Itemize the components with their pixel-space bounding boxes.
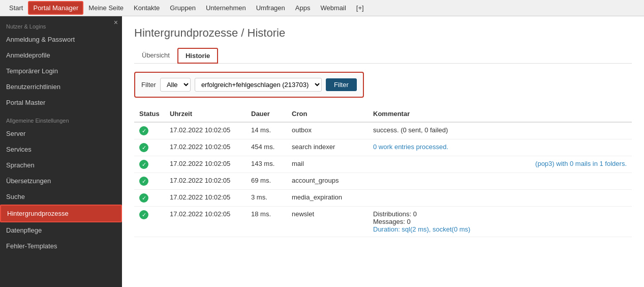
main-layout: × Nutzer & LoginsAnmeldung & PasswortAnm… — [0, 16, 644, 287]
cell-status: ✓ — [134, 156, 165, 173]
tabs-container: ÜbersichtHistorie — [134, 48, 632, 64]
col-header-cron: Cron — [287, 106, 368, 122]
cell-kommentar — [368, 190, 632, 207]
sidebar-item-datenpflege[interactable]: Datenpflege — [0, 222, 122, 238]
cell-dauer: 69 ms. — [246, 173, 287, 190]
cell-kommentar: 0 work entries processed. — [368, 139, 632, 156]
cell-cron: mail — [287, 156, 368, 173]
cell-status: ✓ — [134, 190, 165, 207]
filter-select-type[interactable]: Alle — [160, 78, 191, 92]
cell-cron: search indexer — [287, 139, 368, 156]
history-table: StatusUhrzeitDauerCronKommentar ✓17.02.2… — [134, 106, 632, 237]
top-nav-item-start[interactable]: Start — [4, 1, 28, 15]
cell-kommentar: success. (0 sent, 0 failed) — [368, 122, 632, 139]
filter-label: Filter — [141, 81, 156, 89]
table-row: ✓17.02.2022 10:02:0518 ms.newsletDistrib… — [134, 207, 632, 237]
cell-uhrzeit: 17.02.2022 10:02:05 — [165, 122, 246, 139]
sidebar-section-title: Nutzer & Logins — [0, 16, 122, 32]
sidebar-item-benutzerrichtlinien[interactable]: Benutzerrichtlinien — [0, 79, 122, 95]
status-ok-icon: ✓ — [139, 177, 148, 186]
filter-select-result[interactable]: erfolgreich+fehlgeschlagen (213703) — [195, 78, 322, 92]
sidebar-section-title: Allgemeine Einstellungen — [0, 110, 122, 126]
col-header-dauer: Dauer — [246, 106, 287, 122]
status-ok-icon: ✓ — [139, 160, 148, 169]
cell-cron: account_groups — [287, 173, 368, 190]
sidebar-item-temporrer-login[interactable]: Temporärer Login — [0, 63, 122, 79]
sidebar-item-services[interactable]: Services — [0, 141, 122, 157]
col-header-uhrzeit: Uhrzeit — [165, 106, 246, 122]
table-row: ✓17.02.2022 10:02:0569 ms.account_groups — [134, 173, 632, 190]
sidebar-item-portal-master[interactable]: Portal Master — [0, 95, 122, 110]
col-header-status: Status — [134, 106, 165, 122]
cell-status: ✓ — [134, 207, 165, 237]
sidebar-item-anmeldung--passwort[interactable]: Anmeldung & Passwort — [0, 32, 122, 47]
top-nav-item-[interactable]: [+] — [351, 1, 369, 15]
top-nav-item-kontakte[interactable]: Kontakte — [129, 1, 165, 15]
top-nav-item-portal-manager[interactable]: Portal Manager — [28, 1, 83, 15]
cell-kommentar: (pop3) with 0 mails in 1 folders. — [368, 156, 632, 173]
top-navigation: StartPortal ManagerMeine SeiteKontakteGr… — [0, 0, 644, 16]
top-nav-item-umfragen[interactable]: Umfragen — [251, 1, 290, 15]
table-body: ✓17.02.2022 10:02:0514 ms.outboxsuccess.… — [134, 122, 632, 237]
cell-cron: outbox — [287, 122, 368, 139]
sidebar-item-hintergrundprozesse[interactable]: Hintergrundprozesse — [0, 205, 122, 222]
filter-row: Filter Alle erfolgreich+fehlgeschlagen (… — [134, 72, 364, 98]
cell-cron: newslet — [287, 207, 368, 237]
sidebar-item-anmeldeprofile[interactable]: Anmeldeprofile — [0, 47, 122, 63]
sidebar-item-bersetzungen[interactable]: Übersetzungen — [0, 173, 122, 189]
top-nav-item-meine-seite[interactable]: Meine Seite — [83, 1, 129, 15]
cell-status: ✓ — [134, 122, 165, 139]
status-ok-icon: ✓ — [139, 193, 148, 203]
filter-button[interactable]: Filter — [326, 78, 357, 91]
content-area: Hintergrundprozesse / Historie Übersicht… — [122, 16, 644, 287]
cell-uhrzeit: 17.02.2022 10:02:05 — [165, 139, 246, 156]
cell-dauer: 14 ms. — [246, 122, 287, 139]
top-nav-item-gruppen[interactable]: Gruppen — [165, 1, 201, 15]
table-row: ✓17.02.2022 10:02:05143 ms.mail(pop3) wi… — [134, 156, 632, 173]
cell-status: ✓ — [134, 139, 165, 156]
top-nav-item-apps[interactable]: Apps — [290, 1, 316, 15]
page-title: Hintergrundprozesse / Historie — [134, 26, 632, 40]
sidebar-item-fehler-templates[interactable]: Fehler-Templates — [0, 238, 122, 254]
cell-dauer: 454 ms. — [246, 139, 287, 156]
tab-übersicht[interactable]: Übersicht — [134, 48, 177, 64]
sidebar-item-suche[interactable]: Suche — [0, 189, 122, 205]
cell-status: ✓ — [134, 173, 165, 190]
cell-dauer: 18 ms. — [246, 207, 287, 237]
cell-kommentar — [368, 173, 632, 190]
table-row: ✓17.02.2022 10:02:053 ms.media_expiratio… — [134, 190, 632, 207]
status-ok-icon: ✓ — [139, 210, 148, 219]
sidebar-item-server[interactable]: Server — [0, 126, 122, 141]
cell-uhrzeit: 17.02.2022 10:02:05 — [165, 190, 246, 207]
cell-uhrzeit: 17.02.2022 10:02:05 — [165, 207, 246, 237]
table-header-row: StatusUhrzeitDauerCronKommentar — [134, 106, 632, 122]
cell-uhrzeit: 17.02.2022 10:02:05 — [165, 156, 246, 173]
cell-dauer: 143 ms. — [246, 156, 287, 173]
table-row: ✓17.02.2022 10:02:0514 ms.outboxsuccess.… — [134, 122, 632, 139]
cell-dauer: 3 ms. — [246, 190, 287, 207]
top-nav-item-webmail[interactable]: Webmail — [315, 1, 351, 15]
sidebar: × Nutzer & LoginsAnmeldung & PasswortAnm… — [0, 16, 122, 287]
status-ok-icon: ✓ — [139, 143, 148, 152]
status-ok-icon: ✓ — [139, 126, 148, 135]
cell-uhrzeit: 17.02.2022 10:02:05 — [165, 173, 246, 190]
table-row: ✓17.02.2022 10:02:05454 ms.search indexe… — [134, 139, 632, 156]
cell-cron: media_expiration — [287, 190, 368, 207]
tab-historie[interactable]: Historie — [177, 48, 218, 64]
sidebar-item-sprachen[interactable]: Sprachen — [0, 157, 122, 173]
cell-kommentar: Distributions: 0Messages: 0Duration: sql… — [368, 207, 632, 237]
top-nav-item-unternehmen[interactable]: Unternehmen — [201, 1, 251, 15]
sidebar-close-icon[interactable]: × — [114, 18, 118, 26]
col-header-kommentar: Kommentar — [368, 106, 632, 122]
